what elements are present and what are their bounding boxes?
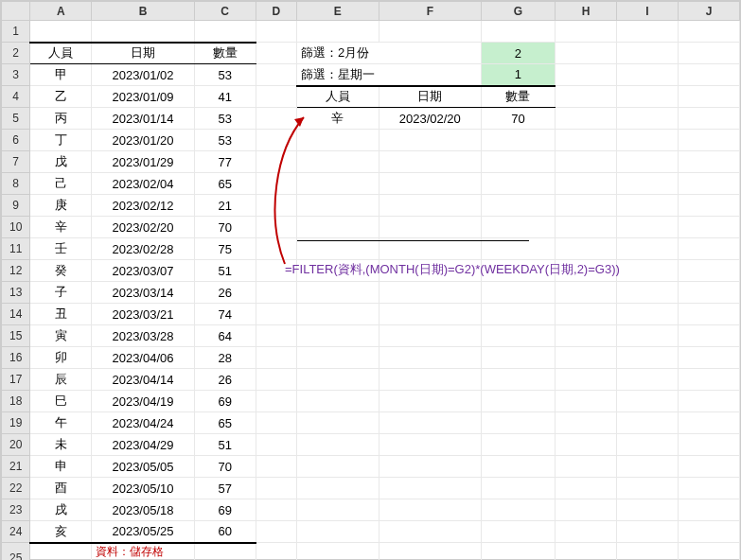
cell-C17[interactable]: 26 — [194, 369, 256, 391]
cell-C7[interactable]: 77 — [194, 151, 256, 173]
col-B[interactable]: B — [92, 2, 194, 21]
rowhead-13[interactable]: 13 — [2, 282, 30, 304]
cell-B25[interactable]: 資料：儲存格A3:C24 — [92, 543, 194, 561]
rowhead-22[interactable]: 22 — [2, 478, 30, 499]
cell-C20[interactable]: 51 — [194, 434, 256, 456]
cell-J18[interactable] — [678, 391, 739, 412]
cell-A20[interactable]: 未 — [30, 434, 92, 456]
cell-D3[interactable] — [256, 64, 296, 86]
cell-H1[interactable] — [555, 21, 616, 43]
cell-H22[interactable] — [555, 478, 616, 499]
cell-G8[interactable] — [481, 173, 555, 195]
cell-C3[interactable]: 53 — [194, 64, 256, 86]
cell-H3[interactable] — [555, 64, 616, 86]
cell-C25[interactable] — [194, 543, 256, 561]
cell-F23[interactable] — [379, 499, 481, 521]
cell-J19[interactable] — [678, 412, 739, 434]
cell-E9[interactable] — [296, 195, 379, 217]
col-E[interactable]: E — [296, 2, 379, 21]
cell-D4[interactable] — [256, 86, 296, 108]
cell-D1[interactable] — [256, 21, 296, 43]
cell-C6[interactable]: 53 — [194, 130, 256, 151]
cell-A14[interactable]: 丑 — [30, 304, 92, 325]
cell-I21[interactable] — [616, 456, 678, 478]
rowhead-6[interactable]: 6 — [2, 130, 30, 151]
cell-B23[interactable]: 2023/05/18 — [92, 499, 194, 521]
col-A[interactable]: A — [30, 2, 92, 21]
cell-A6[interactable]: 丁 — [30, 130, 92, 151]
cell-F10[interactable] — [379, 217, 481, 238]
cell-G10[interactable] — [481, 217, 555, 238]
rowhead-20[interactable]: 20 — [2, 434, 30, 456]
cell-E25[interactable] — [296, 543, 379, 561]
cell-D5[interactable] — [256, 108, 296, 130]
cell-B15[interactable]: 2023/03/28 — [92, 325, 194, 347]
cell-H6[interactable] — [555, 130, 616, 151]
cell-B7[interactable]: 2023/01/29 — [92, 151, 194, 173]
cell-C18[interactable]: 69 — [194, 391, 256, 412]
cell-C9[interactable]: 21 — [194, 195, 256, 217]
cell-F7[interactable] — [379, 151, 481, 173]
cell-A11[interactable]: 壬 — [30, 238, 92, 260]
cell-H10[interactable] — [555, 217, 616, 238]
cell-H2[interactable] — [555, 43, 616, 64]
cell-A17[interactable]: 辰 — [30, 369, 92, 391]
cell-I8[interactable] — [616, 173, 678, 195]
cell-I15[interactable] — [616, 325, 678, 347]
cell-I24[interactable] — [616, 521, 678, 543]
cell-F24[interactable] — [379, 521, 481, 543]
cell-E24[interactable] — [296, 521, 379, 543]
cell-I22[interactable] — [616, 478, 678, 499]
cell-C12[interactable]: 51 — [194, 260, 256, 282]
cell-C5[interactable]: 53 — [194, 108, 256, 130]
cell-F22[interactable] — [379, 478, 481, 499]
cell-H16[interactable] — [555, 347, 616, 369]
cell-J21[interactable] — [678, 456, 739, 478]
cell-A15[interactable]: 寅 — [30, 325, 92, 347]
cell-H15[interactable] — [555, 325, 616, 347]
cell-A2[interactable]: 人員 — [30, 43, 92, 64]
cell-D13[interactable] — [256, 282, 296, 304]
cell-E13[interactable] — [296, 282, 379, 304]
cell-H13[interactable] — [555, 282, 616, 304]
cell-G23[interactable] — [481, 499, 555, 521]
col-H[interactable]: H — [555, 2, 616, 21]
cell-C22[interactable]: 57 — [194, 478, 256, 499]
cell-I13[interactable] — [616, 282, 678, 304]
cell-B3[interactable]: 2023/01/02 — [92, 64, 194, 86]
cell-F5[interactable]: 2023/02/20 — [379, 108, 481, 130]
cell-A1[interactable] — [30, 21, 92, 43]
cell-C14[interactable]: 74 — [194, 304, 256, 325]
cell-H21[interactable] — [555, 456, 616, 478]
cell-E22[interactable] — [296, 478, 379, 499]
cell-A23[interactable]: 戌 — [30, 499, 92, 521]
col-I[interactable]: I — [616, 2, 678, 21]
cell-A7[interactable]: 戊 — [30, 151, 92, 173]
cell-J22[interactable] — [678, 478, 739, 499]
cell-J12[interactable] — [678, 260, 739, 282]
cell-B4[interactable]: 2023/01/09 — [92, 86, 194, 108]
rowhead-12[interactable]: 12 — [2, 260, 30, 282]
cell-B5[interactable]: 2023/01/14 — [92, 108, 194, 130]
cell-G9[interactable] — [481, 195, 555, 217]
cell-D10[interactable] — [256, 217, 296, 238]
cell-C15[interactable]: 64 — [194, 325, 256, 347]
col-J[interactable]: J — [678, 2, 739, 21]
rowhead-17[interactable]: 17 — [2, 369, 30, 391]
cell-C4[interactable]: 41 — [194, 86, 256, 108]
cell-B14[interactable]: 2023/03/21 — [92, 304, 194, 325]
cell-G17[interactable] — [481, 369, 555, 391]
cell-B21[interactable]: 2023/05/05 — [92, 456, 194, 478]
cell-A22[interactable]: 酉 — [30, 478, 92, 499]
cell-D18[interactable] — [256, 391, 296, 412]
cell-J17[interactable] — [678, 369, 739, 391]
cell-F8[interactable] — [379, 173, 481, 195]
cell-G13[interactable] — [481, 282, 555, 304]
cell-C10[interactable]: 70 — [194, 217, 256, 238]
cell-F18[interactable] — [379, 391, 481, 412]
rowhead-15[interactable]: 15 — [2, 325, 30, 347]
cell-I17[interactable] — [616, 369, 678, 391]
cell-H24[interactable] — [555, 521, 616, 543]
cell-J25[interactable] — [678, 543, 739, 561]
cell-D25[interactable] — [256, 543, 296, 561]
